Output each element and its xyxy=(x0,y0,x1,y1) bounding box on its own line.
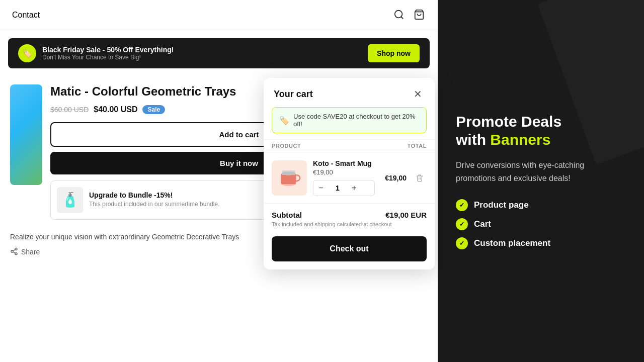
svg-point-12 xyxy=(282,171,295,175)
svg-line-6 xyxy=(13,252,16,253)
store-panel: Contact 🏷️ Black Friday xyxy=(0,0,438,362)
check-icon-cart: ✓ xyxy=(456,218,468,230)
svg-point-3 xyxy=(15,248,17,250)
svg-point-0 xyxy=(395,10,403,18)
promo-headline-part2: with Banners xyxy=(456,131,550,148)
subtotal-label: Subtotal xyxy=(272,211,302,219)
black-friday-banner: 🏷️ Black Friday Sale - 50% Off Everythin… xyxy=(8,38,430,68)
promo-headline-accent: Banners xyxy=(490,131,550,148)
banner-subtitle: Don't Miss Your Chance to Save Big! xyxy=(42,54,174,61)
qty-increase-button[interactable]: + xyxy=(347,180,362,196)
svg-line-1 xyxy=(401,17,403,19)
cart-close-button[interactable]: ✕ xyxy=(411,87,425,101)
cart-item-image xyxy=(272,160,307,196)
promo-description: Drive conversions with eye-catching prom… xyxy=(456,159,626,185)
feature-custom-label: Custom placement xyxy=(474,238,550,248)
bundle-image: 🧴 xyxy=(57,187,83,213)
feature-product-page: ✓ Product page xyxy=(456,199,626,211)
share-icon xyxy=(10,247,18,257)
checkout-button[interactable]: Check out xyxy=(272,236,427,261)
nav-contact[interactable]: Contact xyxy=(12,11,40,20)
svg-point-5 xyxy=(15,252,17,254)
share-label: Share xyxy=(21,248,40,256)
delete-item-button[interactable] xyxy=(413,171,427,185)
sale-badge: Sale xyxy=(142,105,165,114)
total-col-label: TOTAL xyxy=(408,143,427,149)
quantity-control: − + xyxy=(313,180,375,196)
check-icon-custom: ✓ xyxy=(456,237,468,249)
banner-icon: 🏷️ xyxy=(18,44,36,62)
nav-bar: Contact xyxy=(0,0,438,30)
promo-headline-white: Promote Deals xyxy=(456,113,561,130)
promo-panel: Promote Deals with Banners Drive convers… xyxy=(438,0,644,362)
banner-left: 🏷️ Black Friday Sale - 50% Off Everythin… xyxy=(18,44,174,62)
shop-now-button[interactable]: Shop now xyxy=(368,44,420,62)
cart-promo-banner: 🏷️ Use code SAVE20 at checkout to get 20… xyxy=(272,107,427,133)
cart-item-name: Koto - Smart Mug xyxy=(313,159,375,167)
product-col-label: PRODUCT xyxy=(272,143,301,149)
cart-icon[interactable] xyxy=(414,9,426,21)
cart-item-details: Koto - Smart Mug €19,00 − + xyxy=(313,159,375,196)
cart-subtotal-section: Subtotal €19,00 EUR Tax included and shi… xyxy=(264,203,435,236)
check-icon-product: ✓ xyxy=(456,199,468,211)
cart-table-header: PRODUCT TOTAL xyxy=(264,139,435,152)
qty-decrease-button[interactable]: − xyxy=(313,180,329,196)
banner-text: Black Friday Sale - 50% Off Everything! … xyxy=(42,46,174,61)
subtotal-row: Subtotal €19,00 EUR xyxy=(272,211,427,219)
feature-cart: ✓ Cart xyxy=(456,218,626,230)
banner-title: Black Friday Sale - 50% Off Everything! xyxy=(42,46,174,54)
cart-overlay: Your cart ✕ 🏷️ Use code SAVE20 at checko… xyxy=(264,78,435,269)
feature-list: ✓ Product page ✓ Cart ✓ Custom placement xyxy=(456,199,626,249)
nav-left: Contact xyxy=(12,11,40,20)
feature-custom-placement: ✓ Custom placement xyxy=(456,237,626,249)
qty-input[interactable] xyxy=(329,184,347,192)
promo-headline: Promote Deals with Banners xyxy=(456,113,626,149)
search-icon[interactable] xyxy=(393,9,406,21)
feature-cart-label: Cart xyxy=(474,219,491,229)
svg-line-7 xyxy=(13,249,16,251)
cart-item-total: €19,00 xyxy=(385,174,407,182)
cart-item-price: €19,00 xyxy=(313,168,375,176)
subtotal-value: €19,00 EUR xyxy=(385,211,427,219)
original-price: $60.00 USD xyxy=(50,106,89,114)
nav-icons xyxy=(393,9,426,21)
feature-product-label: Product page xyxy=(474,200,529,210)
product-image xyxy=(10,84,42,185)
cart-title: Your cart xyxy=(274,89,313,100)
cart-item-row: Koto - Smart Mug €19,00 − + €19,00 xyxy=(264,152,435,203)
tax-note: Tax included and shipping calculated at … xyxy=(272,221,427,227)
svg-point-4 xyxy=(11,250,13,252)
promo-text: Use code SAVE20 at checkout to get 20% o… xyxy=(293,113,419,128)
promo-icon: 🏷️ xyxy=(279,116,289,125)
sale-price: $40.00 USD xyxy=(94,105,137,114)
cart-header: Your cart ✕ xyxy=(264,78,435,107)
